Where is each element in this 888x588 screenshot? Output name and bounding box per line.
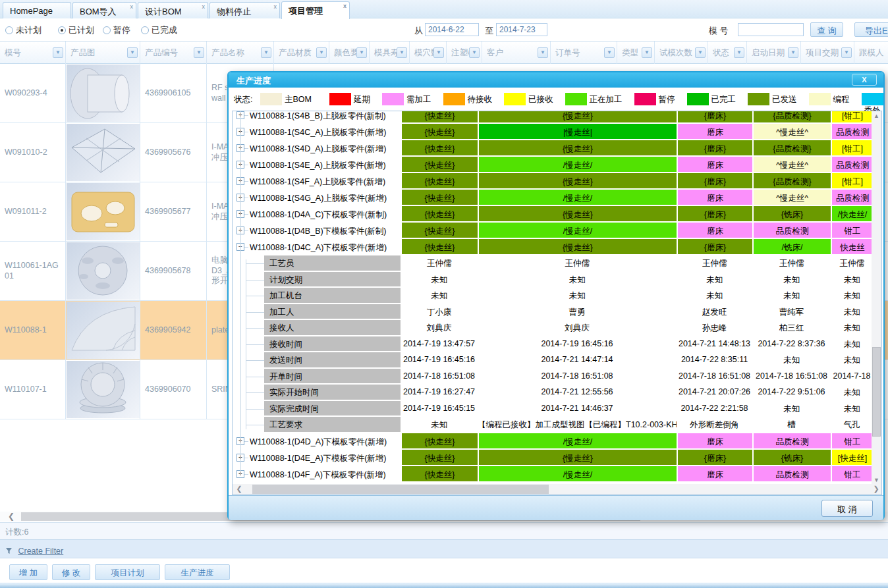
- create-filter-link[interactable]: Create Filter: [18, 547, 63, 556]
- process-cell[interactable]: {快走丝}: [401, 140, 478, 157]
- process-cell[interactable]: /慢走丝/: [478, 223, 677, 239]
- process-cell[interactable]: {慢走丝}: [478, 450, 677, 466]
- column-header-状态[interactable]: 状态▼: [708, 41, 747, 64]
- process-cell[interactable]: {快走丝}: [401, 124, 478, 140]
- process-cell[interactable]: /快走丝/: [831, 206, 873, 223]
- tab-HomePage[interactable]: HomePage: [3, 2, 71, 18]
- tab-close-icon[interactable]: x: [343, 3, 347, 9]
- process-cell[interactable]: 磨床: [677, 433, 752, 450]
- column-header-订单号[interactable]: 订单号▼: [551, 41, 617, 64]
- tab-物料停止[interactable]: 物料停止x: [209, 2, 280, 18]
- process-cell[interactable]: {铣床}: [752, 450, 831, 466]
- radio-暂停[interactable]: 暂停: [103, 24, 130, 36]
- radio-circle[interactable]: [103, 26, 111, 34]
- process-cell[interactable]: /慢走丝/: [478, 157, 677, 173]
- close-icon[interactable]: X: [852, 74, 877, 86]
- process-cell[interactable]: {快走丝}: [401, 239, 478, 255]
- process-cell[interactable]: [钳工]: [831, 111, 873, 124]
- scroll-right-icon[interactable]: ❯: [871, 484, 881, 494]
- radio-circle[interactable]: [58, 26, 66, 34]
- process-cell[interactable]: /慢走丝/: [478, 433, 677, 450]
- process-cell[interactable]: {快走丝}: [401, 157, 478, 173]
- tab-项目管理[interactable]: 项目管理x: [281, 1, 350, 19]
- column-header-跟模人[interactable]: 跟模人: [854, 41, 888, 64]
- scrollbar-thumb[interactable]: [252, 485, 549, 494]
- radio-已计划[interactable]: 已计划: [58, 24, 94, 36]
- process-cell[interactable]: ^慢走丝^: [752, 157, 831, 173]
- process-cell[interactable]: 品质检测: [752, 466, 831, 483]
- process-cell[interactable]: {慢走丝}: [478, 111, 677, 124]
- filter-dropdown-icon[interactable]: ▼: [53, 47, 63, 58]
- process-cell[interactable]: /慢走丝/: [478, 466, 677, 483]
- filter-dropdown-icon[interactable]: ▼: [788, 47, 798, 58]
- filter-dropdown-icon[interactable]: ▼: [261, 47, 271, 58]
- process-cell[interactable]: 磨床: [677, 157, 752, 173]
- process-cell[interactable]: {品质检测}: [752, 111, 831, 124]
- process-cell[interactable]: {快走丝}: [401, 173, 478, 190]
- process-cell[interactable]: [钳工]: [831, 140, 873, 157]
- scroll-left-icon[interactable]: ❮: [234, 484, 244, 494]
- tree-node-row[interactable]: +W110088-1(S4G_A)上脱板零件(新增){快走丝}/慢走丝/磨床^慢…: [233, 190, 873, 206]
- column-header-类型[interactable]: 类型▼: [617, 41, 655, 64]
- column-header-产品材质[interactable]: 产品材质▼: [274, 41, 329, 64]
- process-cell[interactable]: {磨床}: [677, 450, 752, 466]
- tree-node-row[interactable]: +W110088-1(D4A_C)下模板零件(新制){快走丝}{慢走丝}{磨床}…: [233, 206, 873, 223]
- mold-number-input[interactable]: [738, 23, 804, 36]
- tree-node-row[interactable]: +W110088-1(S4F_A)上脱板零件(新增){快走丝}{慢走丝}{磨床}…: [233, 173, 873, 190]
- column-header-模具寿命[interactable]: 模具寿命▼: [370, 41, 410, 64]
- tab-close-icon[interactable]: x: [130, 3, 134, 10]
- tab-close-icon[interactable]: x: [274, 3, 277, 10]
- process-cell[interactable]: {慢走丝}: [478, 173, 677, 190]
- modify-button[interactable]: 修 改: [52, 564, 90, 580]
- radio-circle[interactable]: [5, 26, 13, 34]
- add-button[interactable]: 增 加: [9, 564, 47, 580]
- process-cell[interactable]: {铣床}: [752, 206, 831, 223]
- process-cell[interactable]: /铣床/: [752, 239, 831, 255]
- export-excel-button[interactable]: 导出Excel: [854, 22, 888, 37]
- process-cell[interactable]: 快走丝: [831, 239, 873, 255]
- tree-node-row[interactable]: +W110088-1(D4F_A)下模板零件(新增){快走丝}/慢走丝/磨床品质…: [233, 466, 873, 483]
- process-cell[interactable]: {快走丝}: [401, 190, 478, 206]
- tree-node-row[interactable]: +W110088-1(D4E_A)下模板零件(新增){快走丝}{慢走丝}{磨床}…: [233, 450, 873, 466]
- process-cell[interactable]: 钳工: [831, 433, 873, 450]
- column-header-项目交期[interactable]: 项目交期▼: [801, 41, 854, 64]
- process-cell[interactable]: {快走丝}: [401, 433, 478, 450]
- column-header-客户[interactable]: 客户▼: [482, 41, 551, 64]
- radio-circle[interactable]: [141, 26, 149, 34]
- tab-BOM导入[interactable]: BOM导入x: [72, 2, 136, 18]
- column-header-试模次数[interactable]: 试模次数▼: [655, 41, 708, 64]
- process-cell[interactable]: 磨床: [677, 466, 752, 483]
- to-date-input[interactable]: [496, 23, 547, 36]
- process-cell[interactable]: {慢走丝}: [478, 140, 677, 157]
- tree-horizontal-scrollbar[interactable]: ❮ ❯: [233, 484, 882, 494]
- tab-close-icon[interactable]: x: [202, 3, 206, 10]
- process-cell[interactable]: 品质检测: [831, 124, 873, 140]
- tree-node-row[interactable]: +W110088-1(S4E_A)上脱板零件(新增){快走丝}/慢走丝/磨床^慢…: [233, 157, 873, 173]
- tree-node-row[interactable]: +W110088-1(D4B_B)下模板零件(新制){快走丝}/慢走丝/磨床品质…: [233, 223, 873, 239]
- process-cell[interactable]: 磨床: [677, 223, 752, 239]
- filter-dropdown-icon[interactable]: ▼: [538, 47, 548, 58]
- filter-dropdown-icon[interactable]: ▼: [642, 47, 652, 58]
- process-cell[interactable]: {快走丝}: [401, 223, 478, 239]
- column-header-颜色要求[interactable]: 颜色要求▼: [329, 41, 370, 64]
- process-cell[interactable]: {品质检测}: [752, 140, 831, 157]
- column-header-启动日期[interactable]: 启动日期▼: [747, 41, 801, 64]
- filter-dropdown-icon[interactable]: ▼: [397, 47, 407, 58]
- process-cell[interactable]: {快走丝}: [401, 466, 478, 483]
- column-header-模穴数[interactable]: 模穴数▼: [410, 41, 447, 64]
- radio-已完成[interactable]: 已完成: [141, 24, 177, 36]
- process-cell[interactable]: |慢走丝|: [478, 124, 677, 140]
- cancel-button[interactable]: 取 消: [821, 500, 873, 517]
- process-cell[interactable]: {快走丝}: [401, 450, 478, 466]
- column-header-注塑机[interactable]: 注塑机▼: [447, 41, 482, 64]
- tree-node-row[interactable]: +W110088-1(S4D_A)上脱板零件(新增){快走丝}{慢走丝}{磨床}…: [233, 140, 873, 157]
- filter-dropdown-icon[interactable]: ▼: [194, 47, 204, 58]
- process-cell[interactable]: /慢走丝/: [478, 190, 677, 206]
- process-cell[interactable]: 品质检测: [752, 223, 831, 239]
- tree-node-row[interactable]: −W110088-1(D4C_A)下模板零件(新增){快走丝}{慢走丝}{磨床}…: [233, 239, 873, 255]
- filter-dropdown-icon[interactable]: ▼: [316, 47, 327, 58]
- process-cell[interactable]: {磨床}: [677, 140, 752, 157]
- process-cell[interactable]: {品质检测}: [752, 173, 831, 190]
- column-header-产品编号[interactable]: 产品编号▼: [140, 41, 207, 64]
- process-cell[interactable]: {磨床}: [677, 239, 752, 255]
